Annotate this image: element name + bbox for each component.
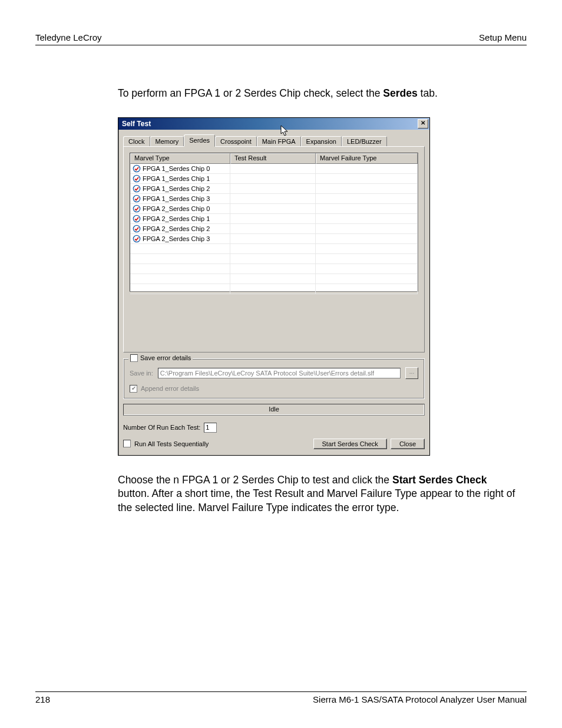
run-sequentially-checkbox[interactable]: [123, 440, 131, 447]
table-row-empty: [130, 264, 418, 274]
col-header-failure-type[interactable]: Marvel Failure Type: [316, 153, 418, 164]
row-result: [230, 234, 316, 244]
row-result: [230, 224, 316, 234]
header-left: Teledyne LeCroy: [35, 32, 102, 42]
table-row[interactable]: FPGA 1_Serdes Chip 1: [130, 174, 418, 184]
num-run-input[interactable]: [204, 423, 217, 433]
tab-main-fpga[interactable]: Main FPGA: [257, 136, 301, 147]
row-result: [230, 184, 316, 194]
tab-serdes[interactable]: Serdes: [184, 134, 215, 147]
row-failure: [316, 224, 418, 234]
check-icon: [133, 185, 141, 193]
tab-led-buzzer[interactable]: LED/Buzzer: [342, 136, 387, 147]
table-row[interactable]: FPGA 2_Serdes Chip 1: [130, 214, 418, 224]
num-run-label: Number Of Run Each Test:: [123, 424, 200, 431]
tab-expansion[interactable]: Expansion: [301, 136, 342, 147]
table-row[interactable]: FPGA 2_Serdes Chip 0: [130, 204, 418, 214]
window-title: Self Test: [122, 120, 151, 128]
row-failure: [316, 184, 418, 194]
row-failure: [316, 204, 418, 214]
table-row-empty: [130, 274, 418, 284]
row-name: FPGA 1_Serdes Chip 3: [143, 195, 210, 202]
check-icon: [133, 215, 141, 223]
row-name: FPGA 1_Serdes Chip 2: [143, 185, 210, 192]
row-failure: [316, 214, 418, 224]
status-bar: Idle: [123, 404, 425, 416]
svg-point-1: [133, 175, 140, 182]
row-result: [230, 204, 316, 214]
selftest-dialog: Self Test ✕ ClockMemorySerdesCrosspointM…: [118, 117, 430, 456]
check-icon: [133, 164, 141, 173]
append-error-checkbox[interactable]: ✔: [130, 385, 137, 393]
save-path-input[interactable]: [158, 368, 401, 378]
col-header-test-result[interactable]: Test Result: [230, 153, 316, 164]
save-error-label: Save error details: [140, 354, 191, 361]
row-result: [230, 174, 316, 184]
close-button[interactable]: Close: [391, 439, 425, 449]
svg-point-4: [133, 205, 140, 212]
svg-point-2: [133, 185, 140, 192]
table-row[interactable]: FPGA 1_Serdes Chip 3: [130, 194, 418, 204]
results-listview[interactable]: Marvel Type Test Result Marvel Failure T…: [130, 153, 418, 292]
table-row-empty: [130, 244, 418, 254]
table-row-empty: [130, 284, 418, 294]
row-name: FPGA 1_Serdes Chip 0: [143, 165, 210, 172]
row-failure: [316, 164, 418, 174]
tab-strip: ClockMemorySerdesCrosspointMain FPGAExpa…: [123, 134, 425, 146]
tab-page-serdes: Marvel Type Test Result Marvel Failure T…: [123, 146, 425, 353]
append-error-label: Append error details: [141, 385, 199, 392]
save-in-label: Save in:: [130, 370, 153, 377]
row-result: [230, 194, 316, 204]
svg-point-7: [133, 235, 140, 242]
save-error-group: Save error details Save in: ... ✔ Append…: [123, 358, 425, 399]
check-icon: [133, 225, 141, 233]
header-right: Setup Menu: [479, 32, 527, 42]
row-name: FPGA 2_Serdes Chip 0: [143, 205, 210, 212]
row-failure: [316, 174, 418, 184]
table-row[interactable]: FPGA 1_Serdes Chip 2: [130, 184, 418, 194]
row-failure: [316, 234, 418, 244]
row-result: [230, 214, 316, 224]
page-number: 218: [35, 694, 50, 704]
footer-title: Sierra M6-1 SAS/SATA Protocol Analyzer U…: [313, 694, 527, 704]
check-icon: [133, 235, 141, 243]
row-result: [230, 164, 316, 174]
col-header-marvel-type[interactable]: Marvel Type: [130, 153, 230, 164]
svg-point-6: [133, 225, 140, 232]
tab-crosspoint[interactable]: Crosspoint: [215, 136, 257, 147]
table-row[interactable]: FPGA 2_Serdes Chip 2: [130, 224, 418, 234]
row-name: FPGA 2_Serdes Chip 1: [143, 215, 210, 222]
table-row-empty: [130, 254, 418, 264]
row-name: FPGA 2_Serdes Chip 2: [143, 225, 210, 232]
header-rule: [35, 45, 527, 45]
page-footer: 218 Sierra M6-1 SAS/SATA Protocol Analyz…: [35, 687, 527, 705]
run-sequentially-label: Run All Tests Sequentially: [134, 440, 209, 447]
row-name: FPGA 2_Serdes Chip 3: [143, 235, 210, 242]
tab-clock[interactable]: Clock: [123, 136, 150, 147]
tab-memory[interactable]: Memory: [150, 136, 184, 147]
titlebar: Self Test ✕: [118, 118, 429, 130]
outro-paragraph: Choose the n FPGA 1 or 2 Serdes Chip to …: [118, 473, 521, 515]
svg-point-5: [133, 215, 140, 222]
check-icon: [133, 174, 141, 183]
close-icon[interactable]: ✕: [418, 119, 428, 129]
save-error-checkbox[interactable]: [130, 354, 138, 362]
row-failure: [316, 194, 418, 204]
browse-button[interactable]: ...: [405, 367, 418, 379]
check-icon: [133, 195, 141, 203]
table-row[interactable]: FPGA 1_Serdes Chip 0: [130, 164, 418, 174]
svg-point-0: [133, 165, 140, 172]
row-name: FPGA 1_Serdes Chip 1: [143, 175, 210, 182]
svg-point-3: [133, 195, 140, 202]
table-row[interactable]: FPGA 2_Serdes Chip 3: [130, 234, 418, 244]
intro-paragraph: To perform an FPGA 1 or 2 Serdes Chip ch…: [118, 87, 521, 101]
check-icon: [133, 205, 141, 213]
start-serdes-check-button[interactable]: Start Serdes Check: [313, 439, 387, 449]
